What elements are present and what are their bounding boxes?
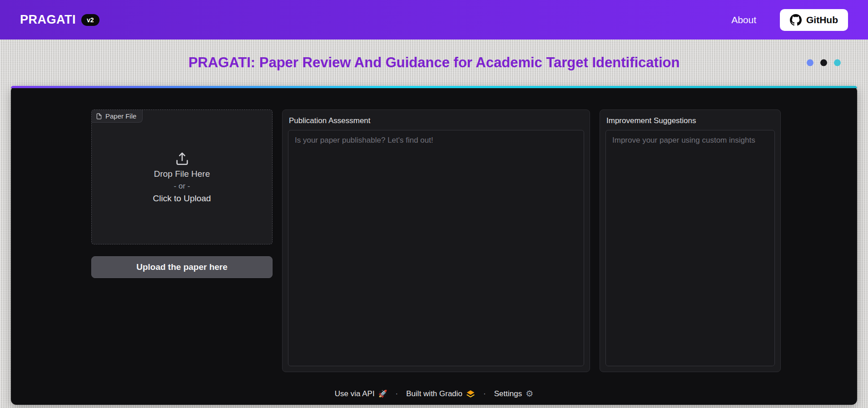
footer-separator: · bbox=[483, 389, 486, 398]
settings-label: Settings bbox=[494, 389, 522, 398]
rocket-icon: 🚀 bbox=[378, 389, 387, 398]
suggestions-box: Improvement Suggestions bbox=[600, 109, 781, 372]
dot-blue bbox=[807, 60, 813, 66]
suggestions-label: Improvement Suggestions bbox=[606, 116, 774, 125]
built-with-gradio-label: Built with Gradio bbox=[406, 389, 462, 398]
nav-right: About GitHub bbox=[731, 9, 848, 31]
github-icon bbox=[790, 14, 802, 26]
use-via-api-link[interactable]: Use via API 🚀 bbox=[335, 389, 387, 398]
drop-area[interactable]: Drop File Here - or - Click to Upload bbox=[92, 110, 272, 244]
suggestions-column: Improvement Suggestions bbox=[600, 109, 781, 372]
dot-cyan bbox=[834, 60, 841, 66]
status-dots bbox=[807, 60, 841, 66]
file-label-text: Paper File bbox=[105, 112, 136, 120]
version-badge: v2 bbox=[81, 14, 99, 26]
brand-name: PRAGATI bbox=[20, 13, 76, 27]
assessment-textarea[interactable] bbox=[288, 130, 584, 366]
suggestions-textarea[interactable] bbox=[605, 130, 775, 366]
footer: Use via API 🚀 · Built with Gradio · Sett… bbox=[11, 388, 857, 399]
file-column: Paper File Drop File Here - or - Click t… bbox=[91, 109, 273, 278]
about-link[interactable]: About bbox=[731, 15, 756, 25]
upload-paper-button[interactable]: Upload the paper here bbox=[91, 256, 273, 278]
header: PRAGATI: Paper Review And Guidance for A… bbox=[0, 40, 868, 86]
file-dropzone[interactable]: Paper File Drop File Here - or - Click t… bbox=[91, 109, 273, 244]
drop-file-text: Drop File Here bbox=[154, 169, 210, 179]
built-with-gradio-link[interactable]: Built with Gradio bbox=[406, 389, 475, 398]
or-text: - or - bbox=[174, 182, 190, 191]
github-label: GitHub bbox=[806, 15, 838, 25]
file-label: Paper File bbox=[92, 110, 143, 123]
assessment-column: Publication Assessment bbox=[282, 109, 590, 372]
file-icon bbox=[96, 113, 102, 119]
use-via-api-label: Use via API bbox=[335, 389, 375, 398]
dot-black bbox=[820, 60, 827, 66]
settings-link[interactable]: Settings ⚙ bbox=[494, 388, 533, 399]
page-title: PRAGATI: Paper Review And Guidance for A… bbox=[188, 55, 680, 71]
assessment-label: Publication Assessment bbox=[289, 116, 583, 125]
upload-icon bbox=[174, 151, 190, 166]
footer-separator: · bbox=[396, 389, 398, 398]
panel-accent-bar bbox=[11, 86, 857, 88]
app-panel: Paper File Drop File Here - or - Click t… bbox=[11, 86, 857, 405]
assessment-box: Publication Assessment bbox=[282, 109, 590, 372]
brand: PRAGATI v2 bbox=[20, 13, 99, 27]
page: PRAGATI v2 About GitHub PRAGATI: Paper R… bbox=[0, 0, 868, 405]
gear-icon: ⚙ bbox=[526, 388, 533, 399]
navbar: PRAGATI v2 About GitHub bbox=[0, 0, 868, 40]
gradio-logo-icon bbox=[466, 390, 475, 398]
click-to-upload-text[interactable]: Click to Upload bbox=[153, 194, 211, 204]
github-button[interactable]: GitHub bbox=[780, 9, 848, 31]
